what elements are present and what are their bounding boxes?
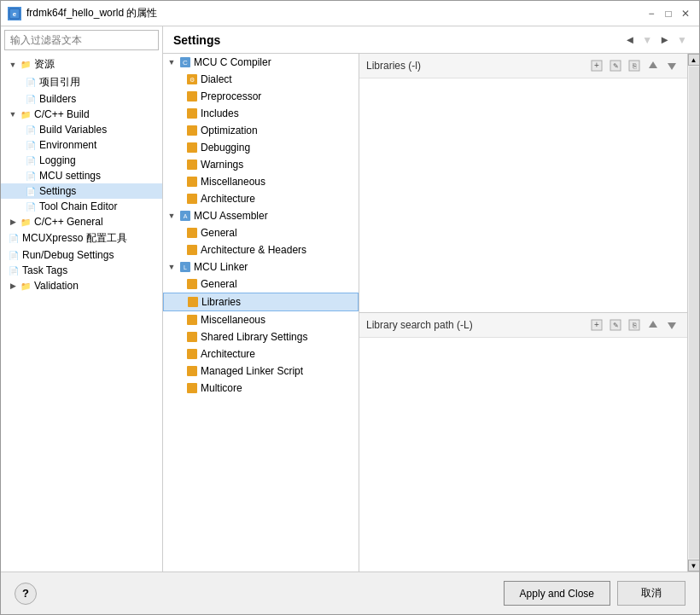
edit-search-path-button[interactable]: ✎ bbox=[607, 316, 624, 334]
sidebar-item-validation[interactable]: ▶ 📁 Validation bbox=[1, 278, 162, 293]
libraries-panel: Libraries (-l) + ✎ ⎘ bbox=[359, 54, 687, 313]
sidebar-item-run-debug[interactable]: 📄 Run/Debug Settings bbox=[1, 247, 162, 263]
libraries-panel-title: Libraries (-l) bbox=[366, 60, 421, 72]
svg-rect-20 bbox=[188, 297, 198, 307]
library-search-panel-title: Library search path (-L) bbox=[366, 319, 473, 331]
svg-rect-11 bbox=[187, 177, 197, 187]
sidebar-item-logging[interactable]: 📄 Logging bbox=[1, 153, 162, 168]
tree-node-managed-linker[interactable]: Managed Linker Script bbox=[163, 363, 359, 380]
sidebar-label: 资源 bbox=[34, 57, 55, 72]
folder-icon: 📁 bbox=[20, 280, 32, 292]
tree-node-arch-headers[interactable]: Architecture & Headers bbox=[163, 241, 359, 258]
leaf-icon bbox=[185, 175, 199, 189]
tree-node-libraries[interactable]: Libraries bbox=[163, 293, 359, 311]
svg-text:+: + bbox=[594, 61, 599, 70]
tree-node-general-asm[interactable]: General bbox=[163, 224, 359, 241]
window-title: frdmk64f_hello_world 的属性 bbox=[26, 6, 645, 20]
scroll-up-button[interactable]: ▲ bbox=[688, 54, 700, 66]
help-button[interactable]: ? bbox=[15, 583, 37, 605]
expand-icon: ▼ bbox=[166, 58, 177, 67]
item-icon: 📄 bbox=[8, 233, 20, 245]
group-icon: C bbox=[178, 55, 192, 69]
tree-node-multicore[interactable]: Multicore bbox=[163, 380, 359, 397]
svg-marker-32 bbox=[649, 61, 657, 68]
cancel-button[interactable]: 取消 bbox=[617, 581, 685, 606]
action-buttons: Apply and Close 取消 bbox=[504, 581, 685, 606]
tree-node-general-lnk[interactable]: General bbox=[163, 276, 359, 293]
library-search-panel-content bbox=[359, 338, 687, 571]
sidebar-item-environment[interactable]: 📄 Environment bbox=[1, 137, 162, 153]
sidebar-item-cpp-general[interactable]: ▶ 📁 C/C++ General bbox=[1, 214, 162, 229]
tree-node-shared-lib[interactable]: Shared Library Settings bbox=[163, 328, 359, 345]
copy-library-button[interactable]: ⎘ bbox=[626, 57, 643, 74]
sidebar-label: Settings bbox=[39, 185, 76, 197]
node-label: Debugging bbox=[201, 142, 250, 154]
close-button[interactable]: ✕ bbox=[679, 7, 692, 20]
maximize-button[interactable]: □ bbox=[662, 7, 675, 20]
library-search-panel-actions: + ✎ ⎘ bbox=[588, 316, 680, 334]
svg-rect-19 bbox=[187, 279, 197, 289]
add-library-button[interactable]: + bbox=[588, 57, 605, 74]
add-search-path-button[interactable]: + bbox=[588, 316, 605, 334]
move-up-library-button[interactable] bbox=[645, 57, 662, 74]
svg-rect-23 bbox=[187, 349, 197, 359]
left-sidebar: ▼ 📁 资源 📄 项目引用 📄 Builders ▼ bbox=[1, 26, 163, 571]
sidebar-label: Run/Debug Settings bbox=[22, 249, 114, 261]
edit-library-button[interactable]: ✎ bbox=[607, 57, 624, 74]
sidebar-item-cpp-build[interactable]: ▼ 📁 C/C++ Build bbox=[1, 107, 162, 122]
sidebar-item-task-tags[interactable]: 📄 Task Tags bbox=[1, 263, 162, 278]
scroll-down-button[interactable]: ▼ bbox=[688, 560, 700, 571]
tree-node-arch-lnk[interactable]: Architecture bbox=[163, 345, 359, 363]
nav-separator2: ▼ bbox=[677, 34, 687, 46]
sidebar-item-build-variables[interactable]: 📄 Build Variables bbox=[1, 122, 162, 137]
svg-rect-7 bbox=[187, 108, 197, 119]
tree-node-debugging[interactable]: Debugging bbox=[163, 139, 359, 156]
leaf-icon bbox=[185, 90, 199, 103]
item-icon: 📄 bbox=[25, 124, 37, 136]
sidebar-label: 项目引用 bbox=[39, 75, 80, 90]
move-up-search-path-button[interactable] bbox=[645, 316, 662, 334]
leaf-icon bbox=[185, 107, 199, 120]
vertical-scrollbar[interactable]: ▲ ▼ bbox=[687, 54, 699, 571]
nav-back-button[interactable]: ◄ bbox=[621, 32, 639, 48]
nav-buttons: ◄ ▼ ► ▼ bbox=[621, 32, 689, 48]
sidebar-label: Builders bbox=[39, 93, 76, 105]
folder-icon: 📁 bbox=[20, 108, 32, 120]
sidebar-label: MCU settings bbox=[39, 170, 101, 182]
apply-close-button[interactable]: Apply and Close bbox=[504, 581, 610, 606]
minimize-button[interactable]: − bbox=[645, 7, 658, 20]
filter-input[interactable] bbox=[4, 30, 159, 50]
tree-node-dialect[interactable]: ⚙ Dialect bbox=[163, 71, 359, 88]
sidebar-item-builders[interactable]: 📄 Builders bbox=[1, 91, 162, 107]
tree-node-mcu-linker[interactable]: ▼ L MCU Linker bbox=[163, 258, 359, 276]
sidebar-item-project-ref[interactable]: 📄 项目引用 bbox=[1, 73, 162, 91]
sidebar-label: Build Variables bbox=[39, 124, 107, 136]
sidebar-label: Task Tags bbox=[22, 264, 67, 276]
item-icon: 📄 bbox=[25, 170, 37, 182]
node-label: MCU C Compiler bbox=[194, 56, 271, 68]
tree-node-misc-c[interactable]: Miscellaneous bbox=[163, 173, 359, 190]
tree-node-warnings[interactable]: Warnings bbox=[163, 156, 359, 173]
sidebar-label: Environment bbox=[39, 139, 96, 151]
sidebar-item-mcuxpresso[interactable]: 📄 MCUXpresso 配置工具 bbox=[1, 229, 162, 247]
node-label: Miscellaneous bbox=[201, 314, 265, 326]
move-down-search-path-button[interactable] bbox=[663, 316, 680, 334]
tree-node-preprocessor[interactable]: Preprocessor bbox=[163, 88, 359, 105]
tree-node-misc-lnk[interactable]: Miscellaneous bbox=[163, 311, 359, 328]
tree-node-includes[interactable]: Includes bbox=[163, 105, 359, 122]
copy-search-path-button[interactable]: ⎘ bbox=[626, 316, 643, 334]
sidebar-item-settings[interactable]: 📄 Settings bbox=[1, 183, 162, 199]
node-label: Libraries bbox=[201, 296, 241, 308]
nav-forward-button[interactable]: ► bbox=[656, 32, 674, 48]
tree-node-mcu-c-compiler[interactable]: ▼ C MCU C Compiler bbox=[163, 54, 359, 71]
tree-node-arch-c[interactable]: Architecture bbox=[163, 190, 359, 207]
item-icon: 📄 bbox=[25, 139, 37, 151]
move-down-library-button[interactable] bbox=[663, 57, 680, 74]
tree-node-optimization[interactable]: Optimization bbox=[163, 122, 359, 139]
sidebar-item-mcu-settings[interactable]: 📄 MCU settings bbox=[1, 168, 162, 183]
sidebar-item-tool-chain-editor[interactable]: 📄 Tool Chain Editor bbox=[1, 199, 162, 214]
tree-node-mcu-assembler[interactable]: ▼ A MCU Assembler bbox=[163, 207, 359, 224]
leaf-icon bbox=[185, 313, 199, 327]
leaf-icon bbox=[185, 226, 199, 240]
sidebar-item-resources[interactable]: ▼ 📁 资源 bbox=[1, 55, 162, 73]
